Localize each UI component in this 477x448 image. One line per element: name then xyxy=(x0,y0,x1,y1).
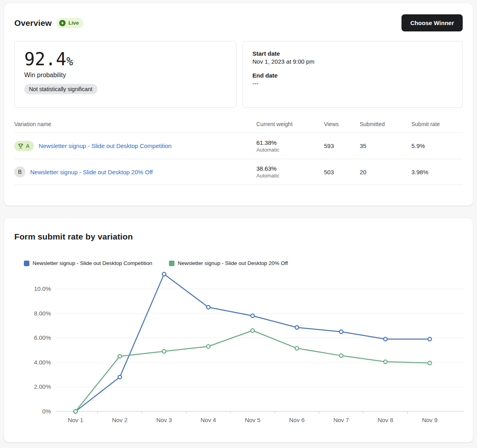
y-tick-label: 4.00% xyxy=(34,359,51,366)
data-point-0-2 xyxy=(162,273,166,276)
col-header-submit-rate: Submit rate xyxy=(411,121,463,127)
x-tick-label: Nov 4 xyxy=(201,417,216,423)
submitted-cell: 35 xyxy=(360,142,411,149)
x-tick-label: Nov 8 xyxy=(378,417,393,423)
col-header-views: Views xyxy=(324,121,360,127)
table-header-row: Variation name Current weight Views Subm… xyxy=(14,116,463,132)
variation-table: Variation name Current weight Views Subm… xyxy=(14,116,463,185)
data-point-0-3 xyxy=(207,306,210,309)
chart-title: Form submit rate by variation xyxy=(14,232,463,242)
variation-name-cell: A Newsletter signup - Slide out Desktop … xyxy=(14,141,256,151)
start-date-label: Start date xyxy=(252,50,453,57)
data-point-1-0 xyxy=(74,410,78,413)
y-tick-label: 2.00% xyxy=(34,383,51,390)
variation-badge-letter: A xyxy=(26,143,29,149)
submit-rate-cell: 3.98% xyxy=(411,169,463,175)
current-weight-cell: 61.38% Automatic xyxy=(256,139,324,153)
chart-card: Form submit rate by variation Newsletter… xyxy=(4,218,473,442)
data-point-1-2 xyxy=(162,350,166,353)
page-title: Overview xyxy=(14,18,52,28)
data-point-0-6 xyxy=(339,330,343,333)
win-probability-number: 92.4 xyxy=(24,49,66,69)
data-point-1-8 xyxy=(428,361,432,365)
start-date-group: Start date Nov 1, 2023 at 9:00 pm xyxy=(252,50,453,65)
submitted-cell: 20 xyxy=(360,169,411,175)
variation-link[interactable]: Newsletter signup - Slide out Desktop Co… xyxy=(39,142,171,149)
end-date-group: End date --- xyxy=(252,72,453,87)
end-date-value: --- xyxy=(252,80,453,87)
data-point-1-6 xyxy=(339,354,343,357)
y-tick-label: 8.00% xyxy=(34,310,51,317)
data-point-1-1 xyxy=(118,355,122,358)
win-probability-percent-sign: % xyxy=(66,55,73,68)
win-probability-box: 92.4% Win probability Not statistically … xyxy=(14,41,237,108)
win-probability-value: 92.4% xyxy=(24,50,227,68)
weight-mode: Automatic xyxy=(256,147,324,153)
legend-swatch-green xyxy=(169,261,175,266)
views-cell: 593 xyxy=(324,142,360,149)
win-probability-label: Win probability xyxy=(24,72,227,79)
start-date-value: Nov 1, 2023 at 9:00 pm xyxy=(252,58,453,65)
weight-value: 38.63% xyxy=(256,165,324,172)
data-point-0-1 xyxy=(118,375,122,379)
stats-row: 92.4% Win probability Not statistically … xyxy=(4,41,473,108)
variation-name-cell: B Newsletter signup - Slide out Desktop … xyxy=(14,166,256,177)
data-point-0-7 xyxy=(384,337,387,341)
data-point-0-5 xyxy=(295,326,299,329)
chart-title-wrap: Form submit rate by variation xyxy=(4,218,473,242)
winner-badge: A xyxy=(14,141,34,151)
live-play-icon xyxy=(59,19,66,27)
current-weight-cell: 38.63% Automatic xyxy=(256,165,324,179)
choose-winner-button[interactable]: Choose Winner xyxy=(401,14,463,31)
legend-label: Newsletter signup - Slide out Desktop 20… xyxy=(178,260,288,266)
y-tick-label: 6.00% xyxy=(34,334,51,341)
data-point-1-5 xyxy=(295,347,299,350)
legend-swatch-blue xyxy=(24,261,29,266)
data-point-0-8 xyxy=(428,337,432,341)
weight-mode: Automatic xyxy=(256,173,324,179)
x-tick-label: Nov 1 xyxy=(68,417,83,423)
live-badge-label: Live xyxy=(68,20,79,26)
x-tick-label: Nov 2 xyxy=(112,417,128,423)
x-tick-label: Nov 3 xyxy=(156,417,172,423)
legend-label: Newsletter signup - Slide out Desktop Co… xyxy=(33,260,152,266)
legend-item: Newsletter signup - Slide out Desktop Co… xyxy=(24,260,152,266)
significance-badge: Not statistically significant xyxy=(24,84,97,94)
y-tick-label: 0% xyxy=(42,408,51,415)
col-header-variation-name: Variation name xyxy=(14,121,256,127)
col-header-submitted: Submitted xyxy=(360,121,411,127)
legend-item: Newsletter signup - Slide out Desktop 20… xyxy=(169,260,288,266)
table-row: B Newsletter signup - Slide out Desktop … xyxy=(14,159,463,185)
overview-header: Overview Live Choose Winner xyxy=(4,3,473,41)
submit-rate-cell: 5.9% xyxy=(411,142,463,149)
x-tick-label: Nov 5 xyxy=(245,417,260,423)
line-chart: 0%2.00%4.00%6.00%8.00%10.0%Nov 1Nov 2Nov… xyxy=(4,267,473,430)
variation-badge: B xyxy=(14,166,25,177)
y-tick-label: 10.0% xyxy=(34,285,51,292)
variation-link[interactable]: Newsletter signup - Slide out Desktop 20… xyxy=(30,169,153,175)
series-line-1 xyxy=(76,331,430,411)
x-tick-label: Nov 9 xyxy=(422,417,437,423)
data-point-1-3 xyxy=(207,345,210,348)
data-point-1-4 xyxy=(251,329,254,332)
overview-card: Overview Live Choose Winner 92.4% Win pr… xyxy=(4,3,473,206)
page: Overview Live Choose Winner 92.4% Win pr… xyxy=(0,0,477,448)
views-cell: 503 xyxy=(324,169,360,175)
x-tick-label: Nov 7 xyxy=(334,417,349,423)
table-row: A Newsletter signup - Slide out Desktop … xyxy=(14,132,463,159)
chart-legend: Newsletter signup - Slide out Desktop Co… xyxy=(14,260,473,266)
live-status-badge: Live xyxy=(56,18,83,28)
dates-box: Start date Nov 1, 2023 at 9:00 pm End da… xyxy=(242,41,463,108)
data-point-0-4 xyxy=(251,314,254,317)
col-header-current-weight: Current weight xyxy=(256,121,324,127)
x-tick-label: Nov 6 xyxy=(289,417,304,423)
trophy-icon xyxy=(17,143,24,149)
data-point-1-7 xyxy=(384,360,387,364)
weight-value: 61.38% xyxy=(256,139,324,146)
end-date-label: End date xyxy=(252,72,453,79)
series-line-0 xyxy=(76,274,430,411)
